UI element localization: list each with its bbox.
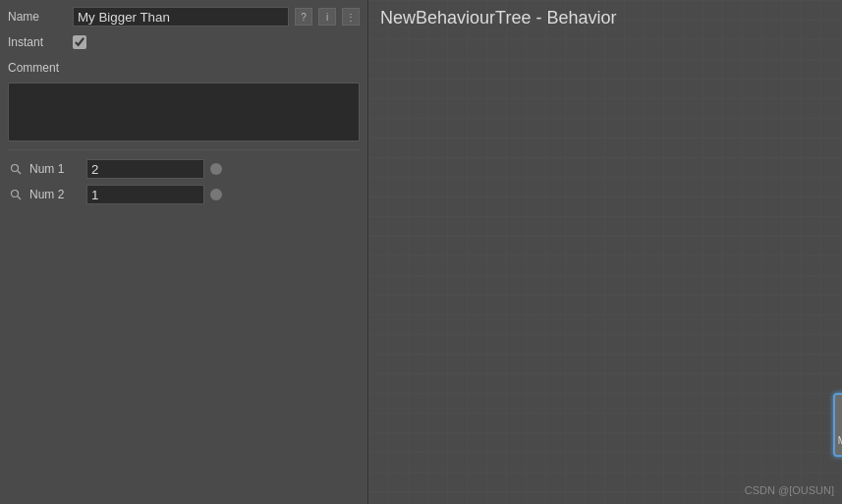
name-row: Name ? i ⋮ [8, 6, 360, 28]
instant-label: Instant [8, 35, 67, 49]
num2-search-icon [8, 187, 24, 202]
svg-line-3 [18, 196, 21, 199]
left-panel: Name ? i ⋮ Instant Comment Num 1 Num 2 [0, 0, 368, 504]
connections-svg [368, 0, 842, 504]
bigger-than-label: My Bigger Than [836, 434, 842, 450]
name-label: Name [8, 10, 67, 24]
behavior-tree-canvas: NewBehaviourTree - Behavior Entry [368, 0, 842, 504]
num1-search-icon [8, 161, 24, 177]
comment-label: Comment [8, 61, 67, 75]
watermark-text: CSDN @[OUSUN] [745, 484, 834, 496]
num1-row: Num 1 [8, 158, 360, 180]
svg-line-1 [18, 171, 21, 174]
num2-row: Num 2 [8, 184, 360, 205]
bigger-than-node[interactable]: My Bigger Than [833, 393, 842, 457]
name-input[interactable] [73, 7, 289, 27]
bigger-than-icon [835, 401, 842, 434]
comment-row: Comment [8, 57, 360, 79]
comment-textarea[interactable] [8, 83, 360, 141]
instant-row: Instant [8, 31, 360, 53]
num1-dot[interactable] [210, 163, 222, 175]
num1-input[interactable] [86, 159, 204, 179]
svg-point-0 [12, 165, 19, 172]
menu-button[interactable]: ⋮ [342, 8, 360, 26]
svg-point-2 [12, 191, 19, 197]
divider [8, 149, 360, 150]
help-button[interactable]: ? [295, 8, 312, 26]
num2-label: Num 2 [29, 188, 81, 201]
instant-checkbox[interactable] [73, 35, 86, 49]
info-button[interactable]: i [318, 8, 336, 26]
canvas-title: NewBehaviourTree - Behavior [368, 0, 628, 36]
num2-input[interactable] [86, 185, 204, 204]
num2-dot[interactable] [210, 189, 222, 200]
num1-label: Num 1 [29, 162, 81, 176]
